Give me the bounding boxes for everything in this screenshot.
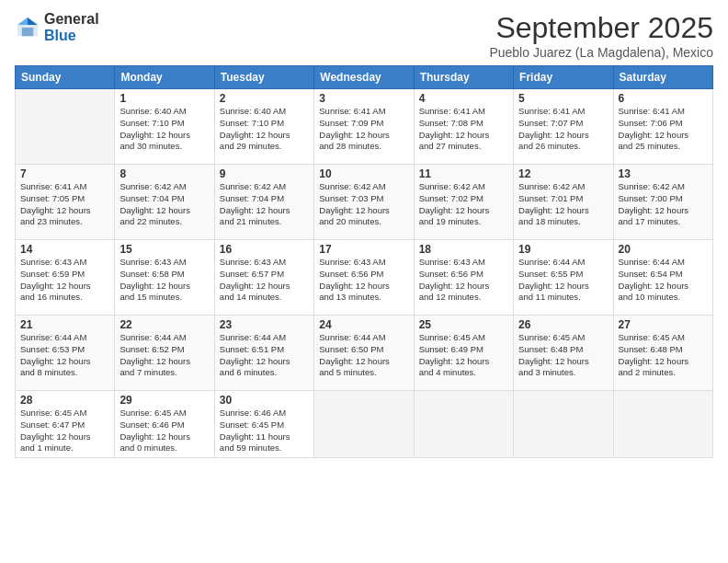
calendar-day-header: Friday bbox=[514, 66, 613, 89]
day-number: 10 bbox=[319, 167, 408, 180]
svg-marker-1 bbox=[28, 17, 38, 25]
logo-general-text: General bbox=[44, 11, 99, 28]
day-info: Sunrise: 6:43 AM Sunset: 6:57 PM Dayligh… bbox=[220, 257, 309, 304]
day-number: 3 bbox=[319, 92, 408, 105]
day-number: 21 bbox=[20, 318, 109, 331]
day-number: 19 bbox=[518, 243, 608, 256]
calendar-cell: 4Sunrise: 6:41 AM Sunset: 7:08 PM Daylig… bbox=[414, 89, 513, 165]
logo-text: General Blue bbox=[44, 11, 99, 43]
calendar-cell: 25Sunrise: 6:45 AM Sunset: 6:49 PM Dayli… bbox=[414, 316, 513, 391]
day-info: Sunrise: 6:41 AM Sunset: 7:06 PM Dayligh… bbox=[619, 106, 708, 153]
page: General Blue September 2025 Pueblo Juare… bbox=[0, 0, 728, 563]
day-info: Sunrise: 6:44 AM Sunset: 6:50 PM Dayligh… bbox=[319, 332, 408, 379]
calendar-cell: 1Sunrise: 6:40 AM Sunset: 7:10 PM Daylig… bbox=[115, 89, 214, 165]
day-number: 8 bbox=[119, 167, 209, 180]
day-info: Sunrise: 6:45 AM Sunset: 6:46 PM Dayligh… bbox=[119, 408, 209, 454]
day-info: Sunrise: 6:42 AM Sunset: 7:04 PM Dayligh… bbox=[220, 181, 309, 228]
calendar-header-row: SundayMondayTuesdayWednesdayThursdayFrid… bbox=[16, 66, 713, 89]
day-number: 6 bbox=[619, 92, 708, 105]
day-info: Sunrise: 6:43 AM Sunset: 6:56 PM Dayligh… bbox=[319, 257, 408, 304]
calendar-day-header: Thursday bbox=[414, 66, 513, 89]
calendar-cell: 22Sunrise: 6:44 AM Sunset: 6:52 PM Dayli… bbox=[115, 316, 214, 391]
calendar-cell: 30Sunrise: 6:46 AM Sunset: 6:45 PM Dayli… bbox=[214, 391, 313, 458]
calendar-cell: 10Sunrise: 6:42 AM Sunset: 7:03 PM Dayli… bbox=[314, 165, 414, 240]
day-info: Sunrise: 6:44 AM Sunset: 6:55 PM Dayligh… bbox=[518, 257, 608, 304]
day-info: Sunrise: 6:41 AM Sunset: 7:07 PM Dayligh… bbox=[518, 106, 608, 153]
day-number: 28 bbox=[20, 394, 109, 407]
calendar-cell: 9Sunrise: 6:42 AM Sunset: 7:04 PM Daylig… bbox=[214, 165, 313, 240]
calendar-day-header: Wednesday bbox=[314, 66, 414, 89]
day-number: 16 bbox=[220, 243, 309, 256]
calendar-cell: 29Sunrise: 6:45 AM Sunset: 6:46 PM Dayli… bbox=[115, 391, 214, 458]
day-number: 9 bbox=[220, 167, 309, 180]
day-info: Sunrise: 6:41 AM Sunset: 7:05 PM Dayligh… bbox=[20, 181, 109, 228]
calendar-cell: 12Sunrise: 6:42 AM Sunset: 7:01 PM Dayli… bbox=[514, 165, 613, 240]
title-block: September 2025 Pueblo Juarez (La Magdale… bbox=[489, 11, 713, 60]
day-info: Sunrise: 6:43 AM Sunset: 6:59 PM Dayligh… bbox=[20, 257, 109, 304]
svg-marker-2 bbox=[17, 17, 28, 25]
day-info: Sunrise: 6:42 AM Sunset: 7:03 PM Dayligh… bbox=[319, 181, 408, 228]
calendar-cell bbox=[613, 391, 712, 458]
logo: General Blue bbox=[15, 11, 99, 43]
calendar-day-header: Sunday bbox=[16, 66, 115, 89]
day-number: 15 bbox=[119, 243, 209, 256]
day-info: Sunrise: 6:42 AM Sunset: 7:04 PM Dayligh… bbox=[119, 181, 209, 228]
calendar-cell: 17Sunrise: 6:43 AM Sunset: 6:56 PM Dayli… bbox=[314, 240, 414, 316]
day-number: 13 bbox=[619, 167, 708, 180]
calendar-cell: 21Sunrise: 6:44 AM Sunset: 6:53 PM Dayli… bbox=[16, 316, 115, 391]
calendar-cell: 26Sunrise: 6:45 AM Sunset: 6:48 PM Dayli… bbox=[514, 316, 613, 391]
calendar-cell: 5Sunrise: 6:41 AM Sunset: 7:07 PM Daylig… bbox=[514, 89, 613, 165]
header: General Blue September 2025 Pueblo Juare… bbox=[15, 11, 713, 60]
day-info: Sunrise: 6:45 AM Sunset: 6:48 PM Dayligh… bbox=[619, 332, 708, 379]
location-title: Pueblo Juarez (La Magdalena), Mexico bbox=[489, 45, 713, 60]
calendar-cell bbox=[514, 391, 613, 458]
calendar-cell: 11Sunrise: 6:42 AM Sunset: 7:02 PM Dayli… bbox=[414, 165, 513, 240]
day-number: 12 bbox=[518, 167, 608, 180]
calendar-cell: 13Sunrise: 6:42 AM Sunset: 7:00 PM Dayli… bbox=[613, 165, 712, 240]
calendar-cell: 23Sunrise: 6:44 AM Sunset: 6:51 PM Dayli… bbox=[214, 316, 313, 391]
logo-icon bbox=[15, 15, 40, 40]
calendar-cell: 7Sunrise: 6:41 AM Sunset: 7:05 PM Daylig… bbox=[16, 165, 115, 240]
calendar-day-header: Tuesday bbox=[214, 66, 313, 89]
day-number: 20 bbox=[619, 243, 708, 256]
day-info: Sunrise: 6:42 AM Sunset: 7:02 PM Dayligh… bbox=[419, 181, 508, 228]
calendar-table: SundayMondayTuesdayWednesdayThursdayFrid… bbox=[15, 65, 713, 458]
calendar-cell: 24Sunrise: 6:44 AM Sunset: 6:50 PM Dayli… bbox=[314, 316, 414, 391]
calendar-day-header: Saturday bbox=[613, 66, 712, 89]
calendar-cell: 19Sunrise: 6:44 AM Sunset: 6:55 PM Dayli… bbox=[514, 240, 613, 316]
day-info: Sunrise: 6:42 AM Sunset: 7:01 PM Dayligh… bbox=[518, 181, 608, 228]
day-number: 23 bbox=[220, 318, 309, 331]
day-number: 29 bbox=[119, 394, 209, 407]
day-number: 30 bbox=[220, 394, 309, 407]
day-number: 18 bbox=[419, 243, 508, 256]
day-number: 14 bbox=[20, 243, 109, 256]
day-number: 25 bbox=[419, 318, 508, 331]
calendar-cell: 18Sunrise: 6:43 AM Sunset: 6:56 PM Dayli… bbox=[414, 240, 513, 316]
day-info: Sunrise: 6:43 AM Sunset: 6:58 PM Dayligh… bbox=[119, 257, 209, 304]
calendar-cell: 8Sunrise: 6:42 AM Sunset: 7:04 PM Daylig… bbox=[115, 165, 214, 240]
day-info: Sunrise: 6:44 AM Sunset: 6:52 PM Dayligh… bbox=[119, 332, 209, 379]
day-info: Sunrise: 6:42 AM Sunset: 7:00 PM Dayligh… bbox=[619, 181, 708, 228]
calendar-cell bbox=[414, 391, 513, 458]
calendar-cell: 28Sunrise: 6:45 AM Sunset: 6:47 PM Dayli… bbox=[16, 391, 115, 458]
month-title: September 2025 bbox=[489, 11, 713, 45]
day-info: Sunrise: 6:45 AM Sunset: 6:47 PM Dayligh… bbox=[20, 408, 109, 454]
day-info: Sunrise: 6:40 AM Sunset: 7:10 PM Dayligh… bbox=[119, 106, 209, 153]
calendar-day-header: Monday bbox=[115, 66, 214, 89]
calendar-cell bbox=[314, 391, 414, 458]
day-number: 27 bbox=[619, 318, 708, 331]
day-info: Sunrise: 6:41 AM Sunset: 7:09 PM Dayligh… bbox=[319, 106, 408, 153]
day-info: Sunrise: 6:40 AM Sunset: 7:10 PM Dayligh… bbox=[220, 106, 309, 153]
logo-blue-text: Blue bbox=[44, 28, 99, 44]
day-number: 5 bbox=[518, 92, 608, 105]
day-number: 4 bbox=[419, 92, 508, 105]
day-info: Sunrise: 6:44 AM Sunset: 6:54 PM Dayligh… bbox=[619, 257, 708, 304]
day-number: 11 bbox=[419, 167, 508, 180]
calendar-cell: 16Sunrise: 6:43 AM Sunset: 6:57 PM Dayli… bbox=[214, 240, 313, 316]
day-number: 1 bbox=[119, 92, 209, 105]
calendar-cell bbox=[16, 89, 115, 165]
calendar-cell: 20Sunrise: 6:44 AM Sunset: 6:54 PM Dayli… bbox=[613, 240, 712, 316]
day-number: 24 bbox=[319, 318, 408, 331]
day-number: 7 bbox=[20, 167, 109, 180]
day-info: Sunrise: 6:44 AM Sunset: 6:53 PM Dayligh… bbox=[20, 332, 109, 379]
